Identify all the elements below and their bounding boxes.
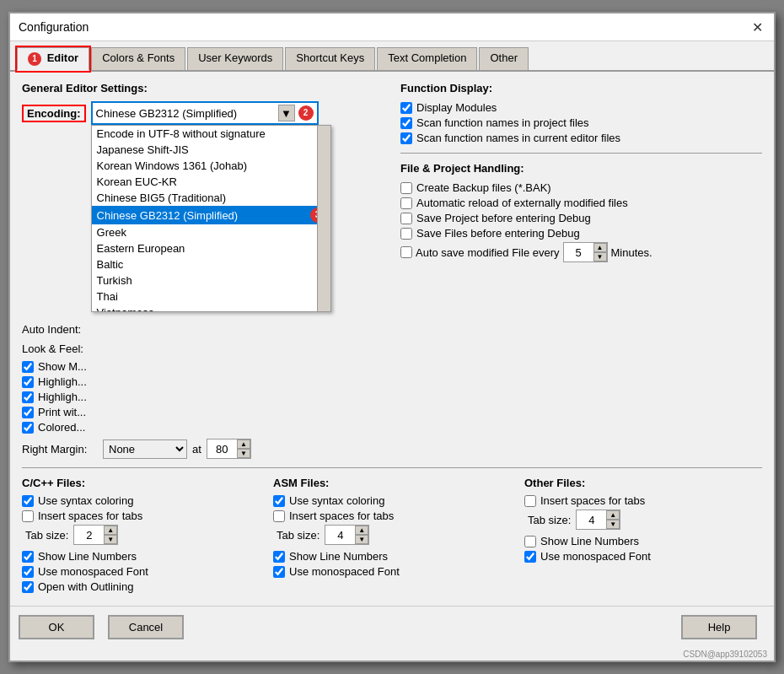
other-check-mono: Use monospaced Font — [524, 550, 762, 563]
option-korean-euc[interactable]: Korean EUC-KR — [92, 174, 330, 190]
lf-check-4: Print wit... — [22, 406, 384, 418]
other-check-spaces: Insert spaces for tabs — [524, 494, 762, 507]
cpp-syntax-label: Use syntax coloring — [38, 494, 133, 507]
asm-lines-checkbox[interactable] — [273, 551, 285, 563]
fph-checkbox-4[interactable] — [400, 228, 412, 240]
cpp-tab-value[interactable] — [74, 529, 104, 542]
encoding-dropdown-list: Encode in UTF-8 without signature Japane… — [91, 125, 331, 312]
other-tab-up[interactable]: ▲ — [606, 510, 620, 520]
help-button[interactable]: Help — [681, 615, 757, 639]
option-utf8[interactable]: Encode in UTF-8 without signature — [92, 126, 330, 142]
cpp-tab-btns: ▲ ▼ — [104, 526, 117, 544]
option-shift-jis[interactable]: Japanese Shift-JIS — [92, 142, 330, 158]
cancel-button[interactable]: Cancel — [108, 615, 184, 639]
cpp-mono-label: Use monospaced Font — [38, 565, 148, 578]
ok-button[interactable]: OK — [19, 615, 94, 639]
cpp-check-syntax: Use syntax coloring — [22, 494, 260, 507]
option-turkish[interactable]: Turkish — [92, 272, 330, 288]
cpp-spaces-checkbox[interactable] — [22, 510, 34, 522]
other-tab-row: Tab size: ▲ ▼ — [528, 510, 762, 530]
asm-tab-value[interactable] — [325, 529, 355, 542]
cpp-outlining-checkbox[interactable] — [22, 581, 34, 593]
other-tab-value[interactable] — [577, 514, 606, 526]
asm-tab-down[interactable]: ▼ — [355, 535, 368, 544]
left-column: General Editor Settings: Encoding: Chine… — [22, 82, 384, 459]
option-vietnamese[interactable]: Vietnamese — [92, 305, 330, 311]
cpp-mono-checkbox[interactable] — [22, 566, 34, 578]
tab-shortcut[interactable]: Shortcut Keys — [285, 47, 375, 71]
option-chinese-big5[interactable]: Chinese BIG5 (Traditional) — [92, 190, 330, 206]
option-baltic[interactable]: Baltic — [92, 256, 330, 272]
fph-checkbox-1[interactable] — [400, 182, 412, 194]
asm-syntax-checkbox[interactable] — [273, 495, 285, 507]
auto-save-value[interactable] — [564, 246, 593, 259]
cpp-outlining-label: Open with Outlining — [38, 580, 133, 593]
asm-tab-btns: ▲ ▼ — [355, 526, 368, 544]
lf-checkbox-2[interactable] — [22, 376, 34, 388]
asm-tab-up[interactable]: ▲ — [355, 526, 368, 535]
spinner-up[interactable]: ▲ — [237, 439, 250, 449]
auto-save-spinner: ▲ ▼ — [563, 242, 608, 262]
right-margin-select[interactable]: None — [103, 439, 187, 459]
lf-checkbox-3[interactable] — [22, 391, 34, 403]
other-spaces-checkbox[interactable] — [524, 495, 536, 507]
auto-save-row: Auto save modified File every ▲ ▼ Minute… — [400, 242, 762, 262]
fd-checkbox-3[interactable] — [400, 132, 412, 144]
other-tab-down[interactable]: ▼ — [606, 520, 620, 529]
other-mono-checkbox[interactable] — [524, 551, 536, 563]
tab-editor[interactable]: 1 Editor — [17, 47, 89, 71]
cpp-tab-down[interactable]: ▼ — [104, 535, 117, 544]
cpp-lines-checkbox[interactable] — [22, 551, 34, 563]
option-greek[interactable]: Greek — [92, 224, 330, 240]
fph-label-4: Save Files before entering Debug — [416, 227, 580, 240]
option-chinese-gb2312[interactable]: Chinese GB2312 (Simplified) 3 — [92, 206, 330, 224]
lf-checkbox-1[interactable] — [22, 361, 34, 373]
cpp-syntax-checkbox[interactable] — [22, 495, 34, 507]
spinner-down[interactable]: ▼ — [237, 449, 250, 458]
cpp-tab-up[interactable]: ▲ — [104, 526, 117, 535]
tab-keywords[interactable]: User Keywords — [187, 47, 283, 71]
fph-checkbox-3[interactable] — [400, 213, 412, 224]
cpp-tab-spinner: ▲ ▼ — [73, 525, 118, 545]
asm-title: ASM Files: — [273, 477, 511, 489]
asm-spaces-checkbox[interactable] — [273, 510, 285, 522]
encoding-dropdown-container: Chinese GB2312 (Simplified) ▼ 2 Encode i… — [91, 101, 319, 125]
fph-checkbox-2[interactable] — [400, 197, 412, 209]
fd-checkbox-2[interactable] — [400, 117, 412, 129]
lf-checkbox-5[interactable] — [22, 422, 34, 434]
other-lines-checkbox[interactable] — [524, 536, 536, 547]
auto-save-checkbox[interactable] — [400, 246, 412, 258]
tab-other-label: Other — [490, 51, 518, 64]
asm-mono-checkbox[interactable] — [273, 566, 285, 578]
lf-label-1: Show M... — [38, 360, 87, 373]
close-button[interactable]: ✕ — [749, 19, 765, 35]
encoding-options: Encode in UTF-8 without signature Japane… — [92, 126, 330, 311]
auto-save-down[interactable]: ▼ — [593, 252, 607, 262]
asm-mono-label: Use monospaced Font — [289, 565, 400, 578]
option-korean-1361[interactable]: Korean Windows 1361 (Johab) — [92, 158, 330, 174]
badge-2: 2 — [298, 105, 314, 121]
fd-checkbox-1[interactable] — [400, 102, 412, 114]
lf-check-3: Highligh... — [22, 391, 384, 403]
tab-other[interactable]: Other — [479, 47, 529, 71]
lf-checkbox-4[interactable] — [22, 407, 34, 418]
tab-colors-label: Colors & Fonts — [102, 51, 175, 64]
button-row: OK Cancel Help — [10, 606, 774, 648]
lf-check-5: Colored... — [22, 421, 384, 434]
tab-text-completion[interactable]: Text Completion — [377, 47, 477, 71]
encoding-field[interactable]: Chinese GB2312 (Simplified) ▼ 2 — [91, 101, 319, 125]
badge-1: 1 — [28, 52, 41, 66]
option-thai[interactable]: Thai — [92, 288, 330, 305]
look-feel-label: Look & Feel: — [22, 342, 98, 355]
scrollbar[interactable] — [317, 126, 330, 311]
asm-syntax-label: Use syntax coloring — [289, 494, 384, 507]
right-margin-label: Right Margin: — [22, 443, 98, 456]
margin-value[interactable] — [207, 443, 237, 456]
auto-indent-options: ce — [103, 323, 115, 336]
option-eastern[interactable]: Eastern European — [92, 240, 330, 256]
dropdown-arrow[interactable]: ▼ — [278, 105, 295, 121]
fph-check-3: Save Project before entering Debug — [400, 212, 762, 224]
other-spaces-label: Insert spaces for tabs — [540, 494, 645, 507]
tab-colors[interactable]: Colors & Fonts — [91, 47, 185, 71]
auto-save-up[interactable]: ▲ — [593, 243, 607, 252]
